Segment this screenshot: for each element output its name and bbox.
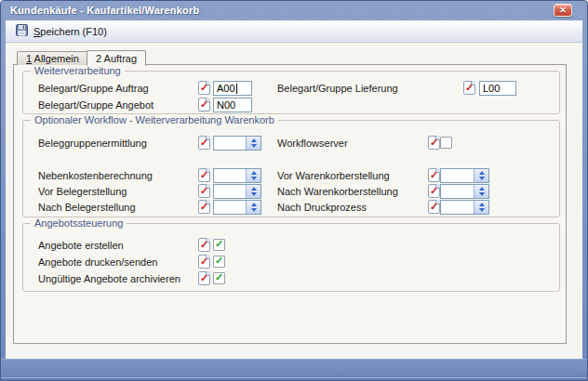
form-row: Ungültige Angebote archivieren	[23, 271, 559, 286]
field-label: Nebenkostenberechnung	[38, 170, 153, 181]
toolbar: Speichern (F10)	[6, 20, 582, 43]
nach-beleg-spinner[interactable]	[213, 200, 261, 215]
spinner-arrows-icon[interactable]	[474, 185, 488, 198]
document-check-icon[interactable]	[198, 98, 210, 112]
group-optionaler-workflow: Optionaler Workflow - Weiterverarbeitung…	[22, 120, 560, 217]
text-caret	[236, 84, 237, 94]
title-bar[interactable]: Kundenkäufe - Kaufartikel/Warenkorb	[7, 3, 581, 19]
tab-auftrag[interactable]: 2 Auftrag	[87, 50, 146, 66]
group-weiterverarbeitung: Weiterverarbeitung Belegart/Gruppe Auftr…	[22, 71, 560, 114]
field-label: Beleggruppenermittlung	[38, 138, 147, 149]
app-window: Kundenkäufe - Kaufartikel/Warenkorb Spei…	[0, 0, 588, 381]
field-label: Angebote drucken/senden	[38, 256, 157, 268]
spinner-arrows-icon[interactable]	[246, 137, 261, 150]
group-title: Weiterverarbeitung	[31, 65, 125, 76]
group-angebotssteuerung: Angebotssteuerung Angebote erstellen Ang…	[22, 223, 560, 292]
nach-druck-spinner[interactable]	[440, 200, 489, 215]
field-label: Belegart/Gruppe Lieferung	[277, 83, 398, 94]
window-title: Kundenkäufe - Kaufartikel/Warenkorb	[10, 5, 199, 16]
workflowserver-checkbox[interactable]	[440, 137, 452, 149]
document-check-icon[interactable]	[198, 168, 210, 182]
field-label: Nach Belegerstellung	[38, 202, 136, 213]
field-label: Ungültige Angebote archivieren	[38, 273, 180, 284]
belegart-angebot-input[interactable]: N00	[213, 98, 252, 112]
field-label: Nach Druckprozess	[277, 202, 367, 213]
angebote-drucken-checkbox[interactable]	[213, 256, 225, 268]
form-row: Nebenkostenberechnung Vor Warenkorberste…	[23, 168, 559, 183]
field-label: Angebote erstellen	[38, 240, 124, 251]
spinner-arrows-icon[interactable]	[474, 169, 488, 182]
form-row: Belegart/Gruppe Angebot N00	[23, 98, 559, 112]
save-button-label: Speichern (F10)	[33, 26, 107, 37]
vor-warenkorb-spinner[interactable]	[440, 168, 489, 183]
save-button[interactable]: Speichern (F10)	[10, 22, 113, 40]
form-row: Vor Belegerstellung Nach Warenkorberstel…	[23, 184, 559, 199]
close-icon[interactable]	[554, 4, 572, 17]
document-check-icon[interactable]	[198, 136, 210, 150]
nebenkosten-spinner[interactable]	[213, 168, 261, 183]
angebote-archivieren-checkbox[interactable]	[213, 272, 225, 284]
field-label: Belegart/Gruppe Angebot	[38, 99, 154, 111]
spinner-arrows-icon[interactable]	[246, 201, 261, 214]
field-label: Workflowserver	[277, 138, 348, 149]
document-check-icon[interactable]	[198, 238, 210, 252]
document-check-icon[interactable]	[463, 81, 475, 95]
form-row: Angebote erstellen	[23, 238, 559, 253]
form-row: Angebote drucken/senden	[23, 255, 559, 269]
document-check-icon[interactable]	[428, 168, 440, 182]
tab-page-auftrag: Weiterverarbeitung Belegart/Gruppe Auftr…	[13, 64, 567, 344]
field-label: Vor Belegerstellung	[38, 186, 127, 197]
document-check-icon[interactable]	[198, 184, 210, 198]
beleggruppenermittlung-spinner[interactable]	[213, 136, 261, 151]
belegart-lieferung-input[interactable]: L00	[479, 81, 516, 96]
window-bottom-frame	[1, 359, 587, 380]
group-title: Angebotssteuerung	[31, 217, 127, 229]
document-check-icon[interactable]	[198, 81, 210, 95]
form-row: Nach Belegerstellung Nach Druckprozess	[23, 200, 559, 215]
spinner-arrows-icon[interactable]	[474, 201, 488, 214]
spinner-arrows-icon[interactable]	[246, 185, 261, 198]
document-check-icon[interactable]	[198, 255, 210, 269]
document-check-icon[interactable]	[198, 200, 210, 214]
spinner-arrows-icon[interactable]	[246, 169, 261, 182]
document-check-icon[interactable]	[428, 136, 440, 150]
document-check-icon[interactable]	[428, 200, 440, 214]
group-title: Optionaler Workflow - Weiterverarbeitung…	[31, 114, 278, 125]
window-body: Speichern (F10) 1 Allgemein 2 Auftrag We…	[6, 20, 582, 359]
field-label: Belegart/Gruppe Auftrag	[38, 83, 149, 94]
save-icon	[16, 24, 29, 38]
tab-allgemein[interactable]: 1 Allgemein	[17, 51, 88, 65]
form-row: Belegart/Gruppe Auftrag A00 Belegart/Gru…	[23, 81, 559, 96]
form-row: Beleggruppenermittlung Workflowserver	[23, 136, 559, 151]
nach-warenkorb-spinner[interactable]	[440, 184, 489, 199]
angebote-erstellen-checkbox[interactable]	[213, 239, 225, 251]
belegart-auftrag-input[interactable]: A00	[213, 81, 252, 96]
field-label: Vor Warenkorberstellung	[277, 170, 390, 181]
vor-beleg-spinner[interactable]	[213, 184, 261, 199]
field-label: Nach Warenkorberstellung	[277, 186, 398, 197]
document-check-icon[interactable]	[428, 184, 440, 198]
document-check-icon[interactable]	[198, 271, 210, 285]
